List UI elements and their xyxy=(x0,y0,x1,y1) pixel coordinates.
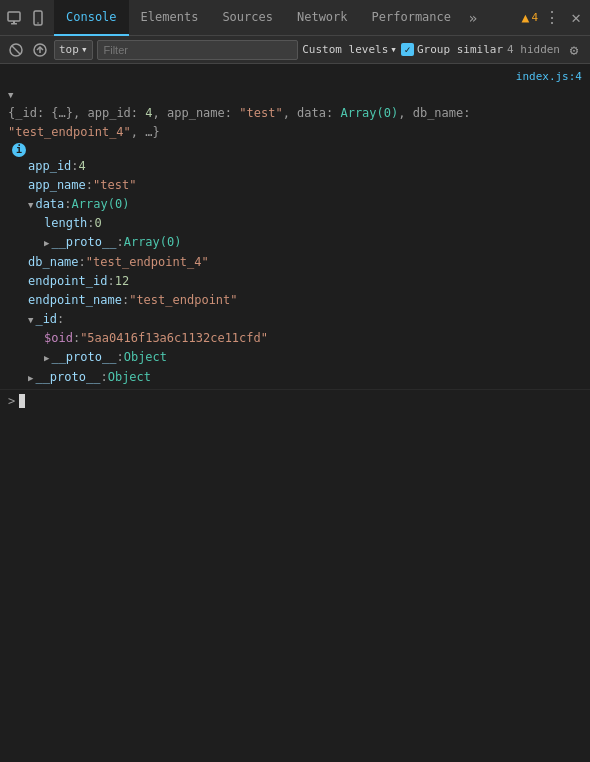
svg-line-6 xyxy=(12,46,20,54)
prop-db-name: db_name : "test_endpoint_4" xyxy=(8,253,582,272)
object-preview-line: {_id: {…}, app_id: 4, app_name: "test", … xyxy=(8,85,582,157)
prop-endpoint-id: endpoint_id : 12 xyxy=(8,272,582,291)
group-similar-label[interactable]: Group similar xyxy=(417,43,503,56)
context-selector[interactable]: top ▾ xyxy=(54,40,93,60)
context-arrow-icon: ▾ xyxy=(81,43,88,56)
prop-proto1: __proto__ : Object xyxy=(8,348,582,367)
svg-point-4 xyxy=(37,22,39,24)
prop-length: length : 0 xyxy=(8,214,582,233)
warning-triangle-icon: ▲ xyxy=(522,10,530,25)
console-settings-button[interactable]: ⚙ xyxy=(564,40,584,60)
cursor xyxy=(19,394,25,408)
object-expander[interactable] xyxy=(8,85,13,104)
svg-rect-1 xyxy=(11,23,17,25)
custom-levels-arrow-icon: ▾ xyxy=(390,43,397,56)
filter-input[interactable] xyxy=(97,40,299,60)
prop-data: data : Array(0) xyxy=(8,195,582,214)
proto2-expander[interactable] xyxy=(28,368,33,387)
svg-rect-2 xyxy=(13,21,15,23)
proto1-key: __proto__ xyxy=(51,348,116,367)
oid-value: "5aa0416f13a6c1132ce11cfd" xyxy=(80,329,268,348)
length-key: length xyxy=(44,214,87,233)
tab-overflow[interactable]: » xyxy=(463,8,483,28)
devtools-icons xyxy=(4,8,48,28)
prop-app-name: app_name : "test" xyxy=(8,176,582,195)
data-expander[interactable] xyxy=(28,195,33,214)
proto2-key: __proto__ xyxy=(35,368,100,387)
db-name-key: db_name xyxy=(28,253,79,272)
console-toolbar: top ▾ Custom levels ▾ Group similar 4 hi… xyxy=(0,36,590,64)
tab-elements[interactable]: Elements xyxy=(129,0,211,36)
mobile-icon[interactable] xyxy=(28,8,48,28)
tab-performance[interactable]: Performance xyxy=(360,0,463,36)
endpoint-name-value: "test_endpoint" xyxy=(129,291,237,310)
prompt-arrow-icon: > xyxy=(8,394,15,408)
endpoint-id-key: endpoint_id xyxy=(28,272,107,291)
prop-oid: $oid : "5aa0416f13a6c1132ce11cfd" xyxy=(8,329,582,348)
svg-rect-0 xyxy=(8,12,20,21)
custom-levels-dropdown[interactable]: Custom levels ▾ xyxy=(302,43,397,56)
proto1-class: Object xyxy=(124,348,167,367)
more-options-button[interactable]: ⋮ xyxy=(542,8,562,28)
app-id-key: app_id xyxy=(28,157,71,176)
tab-network[interactable]: Network xyxy=(285,0,360,36)
object-preview-text: {_id: {…}, app_id: 4, app_name: "test", … xyxy=(8,104,582,142)
proto1-expander[interactable] xyxy=(44,348,49,367)
id-expander[interactable] xyxy=(28,310,33,329)
context-value: top xyxy=(59,43,79,56)
custom-levels-label: Custom levels xyxy=(302,43,388,56)
tab-bar: Console Elements Sources Network Perform… xyxy=(0,0,590,36)
proto-array-expander[interactable] xyxy=(44,233,49,252)
prop-proto2: __proto__ : Object xyxy=(8,368,582,387)
warning-count: 4 xyxy=(531,11,538,24)
close-button[interactable]: ✕ xyxy=(566,8,586,28)
console-prompt[interactable]: > xyxy=(0,390,590,412)
prop-id-container: _id : xyxy=(8,310,582,329)
inspect-icon[interactable] xyxy=(4,8,24,28)
length-value: 0 xyxy=(95,214,102,233)
preserve-log-button[interactable] xyxy=(30,40,50,60)
hidden-count-badge: 4 hidden xyxy=(507,43,560,56)
clear-console-button[interactable] xyxy=(6,40,26,60)
db-name-value: "test_endpoint_4" xyxy=(86,253,209,272)
data-class: Array(0) xyxy=(72,195,130,214)
app-name-value: "test" xyxy=(93,176,136,195)
prop-proto-array: __proto__ : Array(0) xyxy=(8,233,582,252)
proto-array-class: Array(0) xyxy=(124,233,182,252)
object-info-icon[interactable]: i xyxy=(12,143,26,157)
prop-endpoint-name: endpoint_name : "test_endpoint" xyxy=(8,291,582,310)
app-name-key: app_name xyxy=(28,176,86,195)
endpoint-id-value: 12 xyxy=(115,272,129,291)
log-entry-object: {_id: {…}, app_id: 4, app_name: "test", … xyxy=(0,83,590,390)
proto-array-key: __proto__ xyxy=(51,233,116,252)
tab-console[interactable]: Console xyxy=(54,0,129,36)
id-key: _id xyxy=(35,310,57,329)
group-similar-container: Group similar xyxy=(401,43,503,56)
proto2-class: Object xyxy=(108,368,151,387)
tab-bar-right: ▲ 4 ⋮ ✕ xyxy=(522,8,586,28)
file-reference[interactable]: index.js:4 xyxy=(0,68,590,83)
oid-key: $oid xyxy=(44,329,73,348)
group-similar-checkbox[interactable] xyxy=(401,43,414,56)
endpoint-name-key: endpoint_name xyxy=(28,291,122,310)
prop-app-id: app_id : 4 xyxy=(8,157,582,176)
warning-badge[interactable]: ▲ 4 xyxy=(522,10,538,25)
console-output-area: index.js:4 {_id: {…}, app_id: 4, app_nam… xyxy=(0,64,590,762)
app-id-value: 4 xyxy=(79,157,86,176)
data-key: data xyxy=(35,195,64,214)
tab-sources[interactable]: Sources xyxy=(210,0,285,36)
